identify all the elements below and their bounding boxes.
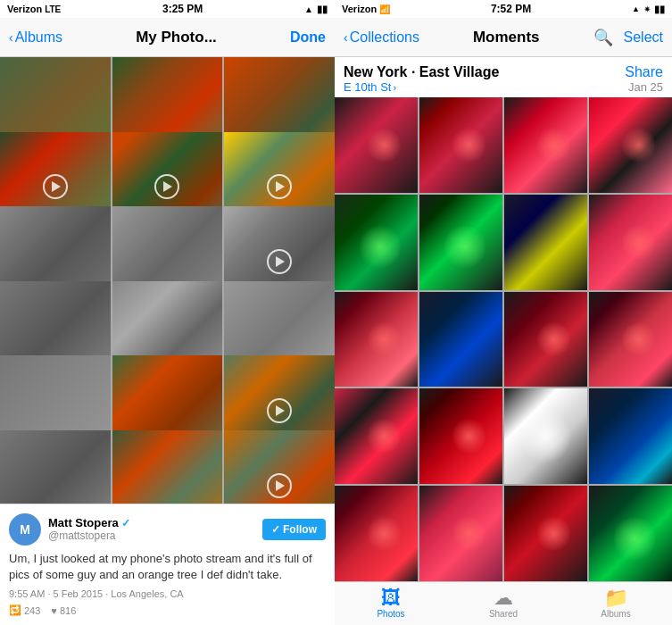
tweet-name: Matt Stopera ✓ [48, 516, 130, 529]
moment-location: New York · East Village E 10th St › [344, 64, 499, 94]
tweet-text: Um, I just looked at my phone's photo st… [9, 551, 326, 583]
moment-date: Jan 25 [625, 80, 663, 94]
back-chevron-icon: ‹ [9, 30, 13, 45]
left-status-right: ▲ ▮▮ [304, 4, 328, 15]
share-button[interactable]: Share [625, 64, 663, 80]
tab-photos-label: Photos [377, 610, 404, 619]
right-photo-cell-20[interactable] [589, 486, 672, 581]
like-count: 816 [60, 605, 76, 616]
right-photo-cell-8[interactable] [589, 195, 672, 290]
right-photo-cell-7[interactable] [504, 195, 587, 290]
right-photo-cell-15[interactable] [504, 388, 587, 484]
tab-shared-icon: ☁ [494, 588, 513, 608]
retweet-count: 243 [24, 605, 40, 616]
battery-icon: ▮▮ [317, 4, 328, 15]
moments-title: Moments [473, 29, 540, 46]
street-chevron-icon: › [393, 82, 396, 93]
right-status-left: Verizon 📶 [342, 4, 390, 14]
select-button[interactable]: Select [624, 29, 663, 46]
tweet-user: M Matt Stopera ✓ @mattstopera [9, 513, 130, 546]
location-arrow-icon: ▲ [632, 4, 640, 13]
collections-back-label: Collections [350, 29, 419, 46]
right-photo-cell-3[interactable] [504, 97, 587, 193]
network-label: LTE [45, 4, 61, 14]
tweet-stats: 🔁 243 ♥ 816 [9, 604, 326, 616]
time-label: 3:25 PM [162, 3, 203, 15]
right-photo-cell-12[interactable] [589, 292, 672, 388]
play-icon [154, 174, 179, 199]
play-icon [43, 174, 68, 199]
tab-albums-icon: 📁 [604, 588, 628, 608]
right-status-bar: Verizon 📶 7:52 PM ▲ ✴ ▮▮ [335, 0, 672, 18]
tweet-section: M Matt Stopera ✓ @mattstopera ✓ Follow U… [0, 504, 335, 625]
right-photo-cell-10[interactable] [419, 292, 502, 388]
play-icon [267, 174, 292, 199]
back-button[interactable]: ‹ Albums [9, 29, 62, 46]
tab-photos[interactable]: 🖼Photos [335, 582, 447, 625]
like-icon: ♥ [51, 605, 57, 616]
right-nav-actions: 🔍 Select [593, 28, 663, 47]
right-photo-cell-4[interactable] [589, 97, 672, 193]
right-battery-icon: ▮▮ [654, 4, 665, 15]
right-photo-cell-9[interactable] [335, 292, 418, 388]
follow-button[interactable]: ✓ Follow [262, 519, 326, 540]
verified-icon: ✓ [121, 517, 130, 529]
moment-street[interactable]: E 10th St › [344, 80, 499, 94]
right-photo-cell-6[interactable] [419, 195, 502, 290]
right-photo-cell-1[interactable] [335, 97, 418, 193]
location-icon: ▲ [304, 4, 313, 14]
moment-city: New York · East Village [344, 64, 499, 80]
right-panel: Verizon 📶 7:52 PM ▲ ✴ ▮▮ ‹ Collections M… [335, 0, 672, 625]
right-carrier: Verizon [342, 4, 377, 14]
retweet-stat: 🔁 243 [9, 604, 40, 616]
tab-shared-label: Shared [489, 610, 518, 619]
avatar: M [9, 513, 41, 546]
right-photo-cell-19[interactable] [504, 486, 587, 581]
tweet-meta: 9:55 AM · 5 Feb 2015 · Los Angeles, CA [9, 588, 326, 599]
right-photo-cell-5[interactable] [335, 195, 418, 290]
retweet-icon: 🔁 [9, 604, 21, 616]
right-photo-grid [335, 97, 672, 581]
right-photo-cell-18[interactable] [419, 486, 502, 581]
photo-cell-16[interactable] [0, 430, 111, 504]
tab-shared[interactable]: ☁Shared [447, 582, 560, 625]
right-photo-cell-13[interactable] [335, 388, 418, 484]
wifi-icon: 📶 [379, 4, 390, 14]
back-label: Albums [15, 29, 62, 46]
search-icon[interactable]: 🔍 [593, 28, 613, 47]
photo-cell-17[interactable] [112, 430, 223, 504]
play-icon [267, 473, 292, 498]
moment-date-col: Share Jan 25 [625, 64, 663, 94]
tab-photos-icon: 🖼 [381, 588, 401, 608]
bluetooth-icon: ✴ [643, 4, 651, 14]
right-photo-cell-16[interactable] [589, 388, 672, 484]
tweet-name-block: Matt Stopera ✓ @mattstopera [48, 516, 130, 542]
left-panel: Verizon LTE 3:25 PM ▲ ▮▮ ‹ Albums My Pho… [0, 0, 335, 625]
right-back-chevron-icon: ‹ [344, 30, 348, 45]
tab-albums-label: Albums [601, 610, 630, 619]
moment-header: New York · East Village E 10th St › Shar… [335, 57, 672, 97]
tab-bar: 🖼Photos☁Shared📁Albums [335, 581, 672, 625]
right-status-right: ▲ ✴ ▮▮ [632, 4, 665, 15]
right-photo-cell-2[interactable] [419, 97, 502, 193]
tweet-header: M Matt Stopera ✓ @mattstopera ✓ Follow [9, 513, 326, 546]
photo-cell-18[interactable] [224, 430, 335, 504]
tweet-handle: @mattstopera [48, 529, 130, 542]
right-photo-cell-17[interactable] [335, 486, 418, 581]
photo-grid [0, 57, 335, 504]
done-button[interactable]: Done [290, 29, 326, 46]
play-icon [267, 249, 292, 274]
play-icon [267, 398, 292, 423]
left-nav-bar: ‹ Albums My Photo... Done [0, 18, 335, 57]
tab-albums[interactable]: 📁Albums [560, 582, 672, 625]
page-title: My Photo... [136, 29, 217, 46]
right-photo-cell-14[interactable] [419, 388, 502, 484]
left-status-bar: Verizon LTE 3:25 PM ▲ ▮▮ [0, 0, 335, 18]
collections-back-button[interactable]: ‹ Collections [344, 29, 419, 46]
carrier-label: Verizon [7, 4, 42, 14]
right-photo-cell-11[interactable] [504, 292, 587, 388]
right-nav-bar: ‹ Collections Moments 🔍 Select [335, 18, 672, 57]
like-stat: ♥ 816 [51, 605, 76, 616]
right-time: 7:52 PM [491, 3, 531, 15]
left-status-left: Verizon LTE [7, 4, 61, 14]
